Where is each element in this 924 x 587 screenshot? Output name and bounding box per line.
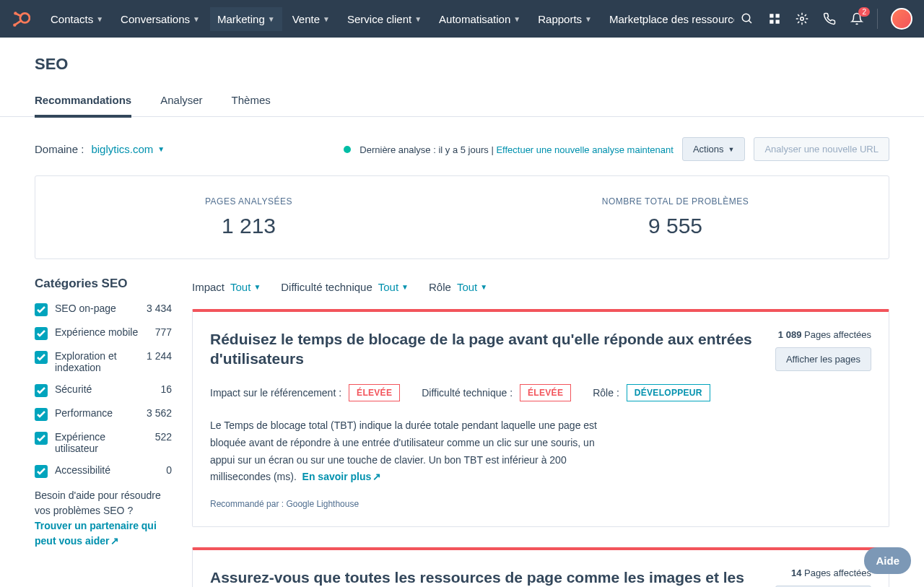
last-scan-text: Dernière analyse : il y a 5 jours | Effe… [359, 143, 674, 156]
page-body: SEO Recommandations Analyser Thèmes Doma… [0, 38, 924, 587]
category-accessibility[interactable]: Accessibilité0 [35, 464, 172, 478]
svg-rect-7 [770, 14, 773, 17]
category-performance[interactable]: Performance3 562 [35, 407, 172, 421]
category-count: 16 [160, 383, 172, 395]
rec-tags: Impact sur le référencement :ÉLEVÉE Diff… [210, 384, 871, 401]
category-security[interactable]: Sécurité16 [35, 383, 172, 397]
stat-pages-analysed: PAGES ANALYSÉES 1 213 [35, 196, 462, 238]
tabs: Recommandations Analyser Thèmes [0, 85, 924, 117]
rec-header: Assurez-vous que toutes les ressources d… [210, 568, 871, 587]
category-count: 522 [155, 431, 172, 443]
stat-total-issues: NOMBRE TOTAL DE PROBLÈMES 9 555 [462, 196, 889, 238]
tag-value: ÉLEVÉE [349, 384, 400, 401]
help-link-label: Trouver un partenaire qui peut vous aide… [35, 520, 157, 547]
tag-impact: Impact sur le référencement :ÉLEVÉE [210, 384, 400, 401]
svg-rect-9 [770, 20, 773, 24]
nav-marketplace[interactable]: Marketplace des ressources▼ [602, 7, 734, 31]
notifications-icon[interactable]: 2 [850, 12, 864, 26]
checkbox-icon[interactable] [35, 327, 48, 340]
rec-title: Réduisez le temps de blocage de la page … [210, 329, 761, 371]
help-text: Besoin d'aide pour résoudre vos problème… [35, 488, 172, 549]
nav-vente[interactable]: Vente▼ [285, 7, 337, 31]
nav-conversations[interactable]: Conversations▼ [113, 7, 207, 31]
settings-icon[interactable] [795, 12, 809, 26]
svg-line-6 [749, 20, 751, 23]
nav-label: Rapports [538, 13, 582, 25]
nav-automatisation[interactable]: Automatisation▼ [432, 7, 528, 31]
category-count: 1 244 [147, 350, 172, 362]
stat-value: 1 213 [35, 214, 462, 238]
svg-point-11 [801, 17, 804, 21]
chevron-down-icon: ▼ [323, 15, 330, 23]
rescan-link[interactable]: Effectuer une nouvelle analyse maintenan… [496, 144, 673, 155]
stats-card: PAGES ANALYSÉES 1 213 NOMBRE TOTAL DE PR… [35, 175, 889, 259]
nav-service-client[interactable]: Service client▼ [340, 7, 429, 31]
help-fab-button[interactable]: Aide [864, 547, 911, 574]
tab-themes[interactable]: Thèmes [232, 85, 271, 116]
checkbox-icon[interactable] [35, 384, 48, 397]
filter-value-text: Tout [378, 281, 398, 293]
nav-marketing[interactable]: Marketing▼ [210, 7, 282, 31]
hubspot-logo[interactable] [12, 9, 32, 29]
external-link-icon: ↗ [110, 534, 119, 549]
category-count: 3 434 [147, 303, 172, 314]
filter-impact-value[interactable]: Tout▼ [230, 281, 261, 293]
filter-value-text: Tout [230, 281, 250, 293]
phone-icon[interactable] [822, 12, 837, 26]
analyze-url-button[interactable]: Analyser une nouvelle URL [754, 137, 889, 161]
pages-affected: 14 Pages affectées [775, 568, 871, 578]
user-avatar[interactable] [891, 8, 912, 30]
category-mobile[interactable]: Expérience mobile777 [35, 326, 172, 340]
stat-value: 9 555 [462, 214, 889, 238]
rec-header: Réduisez le temps de blocage de la page … [210, 329, 871, 371]
filter-difficulty-value[interactable]: Tout▼ [378, 281, 409, 293]
actions-label: Actions [693, 144, 724, 155]
nav-rapports[interactable]: Rapports▼ [531, 7, 599, 31]
domain-selector[interactable]: biglytics.com ▼ [91, 143, 165, 155]
separator: | [489, 144, 497, 155]
actions-button[interactable]: Actions▼ [682, 137, 746, 161]
rec-meta: 14 Pages affectées Afficher les pages [775, 568, 871, 587]
tab-recommandations[interactable]: Recommandations [35, 85, 131, 118]
nav-contacts[interactable]: Contacts▼ [43, 7, 110, 31]
pages-suffix: Pages affectées [804, 329, 871, 340]
search-icon[interactable] [740, 12, 754, 26]
category-ux[interactable]: Expérience utilisateur522 [35, 431, 172, 454]
notification-badge: 2 [858, 7, 870, 17]
category-label: Exploration et indexation [55, 350, 139, 373]
category-label: Expérience utilisateur [55, 431, 148, 454]
checkbox-icon[interactable] [35, 408, 48, 421]
show-pages-button[interactable]: Afficher les pages [775, 347, 871, 371]
rec-body-text: Le Temps de blocage total (TBT) indique … [210, 419, 597, 482]
stat-label: PAGES ANALYSÉES [35, 196, 462, 206]
category-crawling[interactable]: Exploration et indexation1 244 [35, 350, 172, 373]
recommendation-card: Réduisez le temps de blocage de la page … [192, 309, 889, 527]
nav-label: Service client [347, 13, 411, 25]
sidebar-heading: Catégories SEO [35, 277, 172, 291]
category-seo-onpage[interactable]: SEO on-page3 434 [35, 303, 172, 316]
category-label: Expérience mobile [55, 326, 148, 338]
rec-body: Le Temps de blocage total (TBT) indique … [210, 417, 614, 486]
tag-value: DÉVELOPPEUR [627, 384, 710, 401]
filter-role-value[interactable]: Tout▼ [457, 281, 487, 293]
toolbar-right: Dernière analyse : il y a 5 jours | Effe… [344, 137, 889, 161]
filter-difficulty: Difficulté techniqueTout▼ [281, 281, 409, 293]
status-dot-icon [344, 146, 351, 153]
checkbox-icon[interactable] [35, 351, 48, 364]
tab-analyser[interactable]: Analyser [160, 85, 202, 116]
chevron-down-icon: ▼ [157, 145, 165, 153]
stat-label: NOMBRE TOTAL DE PROBLÈMES [462, 196, 889, 206]
marketplace-icon[interactable] [767, 12, 782, 26]
nav-right: 2 [740, 8, 912, 30]
learn-more-link[interactable]: En savoir plus ↗ [302, 471, 382, 482]
checkbox-icon[interactable] [35, 432, 48, 445]
filters: ImpactTout▼ Difficulté techniqueTout▼ Rô… [192, 277, 889, 293]
find-partner-link[interactable]: Trouver un partenaire qui peut vous aide… [35, 520, 157, 547]
nav-label: Vente [292, 13, 320, 25]
pages-count: 1 089 [778, 329, 802, 340]
filter-label: Difficulté technique [281, 281, 372, 293]
checkbox-icon[interactable] [35, 303, 48, 316]
content: ImpactTout▼ Difficulté techniqueTout▼ Rô… [192, 277, 889, 587]
pages-affected: 1 089 Pages affectées [775, 329, 871, 340]
checkbox-icon[interactable] [35, 465, 48, 478]
